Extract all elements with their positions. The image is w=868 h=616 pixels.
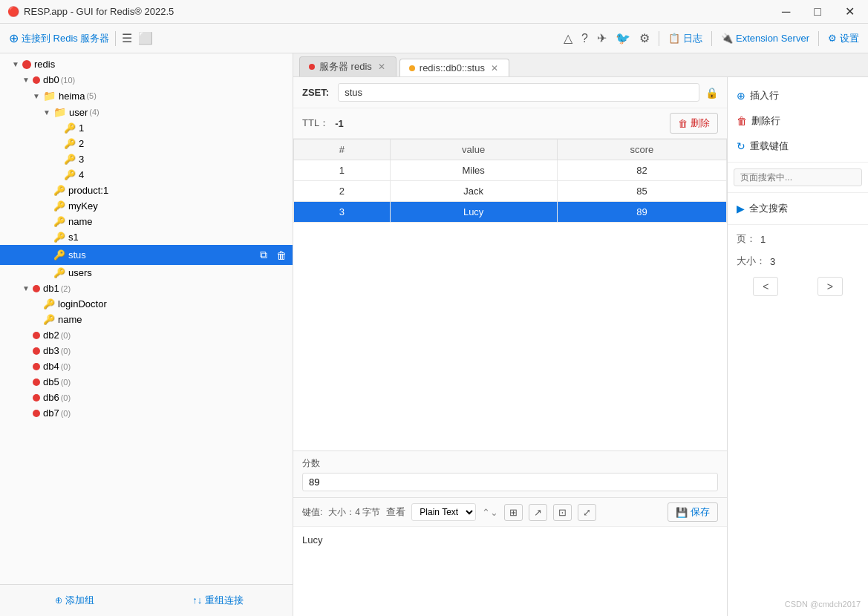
delete-key-button[interactable]: 🗑 删除 (670, 113, 718, 134)
sidebar-item-db0[interactable]: db0 (10) (0, 72, 293, 88)
size-row: 大小： 3 (728, 250, 868, 272)
sidebar-item-db3[interactable]: db3 (0) (0, 343, 293, 358)
key2-label: 2 (79, 138, 84, 149)
sidebar-item-stus[interactable]: 🔑 stus ⧉ 🗑 (0, 245, 293, 265)
db0-arrow (22, 76, 33, 84)
tab-server-dot (309, 64, 315, 70)
col-score: score (557, 140, 726, 160)
settings-button[interactable]: ⚙ 设置 (828, 32, 859, 45)
format-button-4[interactable]: ⤢ (578, 504, 596, 521)
menu-icon[interactable]: ☰ (122, 31, 132, 45)
sidebar-item-db5[interactable]: db5 (0) (0, 374, 293, 390)
key4-icon: 🔑 (64, 169, 76, 180)
sidebar-item-db2[interactable]: db2 (0) (0, 327, 293, 343)
insert-row-label: 插入行 (750, 89, 779, 102)
user-arrow (43, 108, 53, 117)
extension-button[interactable]: 🔌 Extension Server (721, 33, 809, 44)
tab-key-label: redis::db0::stus (420, 62, 485, 73)
add-group-label: 添加组 (65, 594, 94, 606)
delete-row-button[interactable]: 🗑 删除行 (728, 108, 868, 134)
toolbar-divider (115, 31, 116, 46)
ttl-label: TTL： (302, 117, 329, 130)
reconnect-button[interactable]: ↑↓ 重组连接 (148, 589, 288, 612)
delete-icon: 🗑 (678, 118, 688, 129)
search-icon: ▶ (737, 203, 745, 214)
db0-count: (10) (61, 76, 76, 85)
sidebar-item-mykey[interactable]: 🔑 myKey (0, 198, 293, 214)
sidebar-item-key-4[interactable]: 🔑 4 (0, 167, 293, 183)
titlebar-right: ─ □ ✕ (776, 1, 861, 22)
redis-arrow (12, 60, 22, 68)
tab-key-close[interactable]: ✕ (489, 63, 500, 73)
insert-row-button[interactable]: ⊕ 插入行 (728, 83, 868, 108)
sidebar-item-key-1[interactable]: 🔑 1 (0, 120, 293, 136)
sidebar-item-key-3[interactable]: 🔑 3 (0, 151, 293, 167)
sidebar-item-users[interactable]: 🔑 users (0, 265, 293, 281)
tab-server[interactable]: 服务器 redis ✕ (299, 56, 397, 76)
log-label: 日志 (683, 32, 702, 45)
layout-icon[interactable]: ⬜ (138, 31, 153, 45)
db7-count: (0) (61, 409, 71, 418)
stus-delete-button[interactable]: 🗑 (273, 247, 290, 263)
full-search-button[interactable]: ▶ 全文搜索 (728, 196, 868, 221)
format-button-1[interactable]: ⊞ (504, 504, 523, 521)
sidebar-item-user-folder[interactable]: 📁 user (4) (0, 104, 293, 120)
key-name-input[interactable] (338, 83, 699, 102)
maximize-button[interactable]: □ (808, 2, 827, 22)
mykey-label: myKey (68, 200, 98, 212)
reload-value-button[interactable]: ↻ 重载键值 (728, 134, 868, 159)
heima-folder-icon: 📁 (43, 90, 56, 102)
db3-dot (33, 347, 40, 355)
next-page-button[interactable]: > (818, 277, 843, 296)
row3-score: 89 (557, 202, 726, 223)
stus-copy-button[interactable]: ⧉ (257, 247, 270, 263)
sidebar-item-heima[interactable]: 📁 heima (5) (0, 88, 293, 104)
sidebar-item-db4[interactable]: db4 (0) (0, 358, 293, 374)
ttl-value: -1 (335, 118, 344, 129)
log-button[interactable]: 📋 日志 (668, 32, 702, 45)
db3-count: (0) (61, 347, 71, 355)
sidebar-item-key-2[interactable]: 🔑 2 (0, 136, 293, 151)
sidebar-item-db7[interactable]: db7 (0) (0, 405, 293, 421)
tabs-bar: 服务器 redis ✕ redis::db0::stus ✕ (293, 53, 868, 77)
lock-icon[interactable]: 🔒 (705, 87, 718, 99)
page-row: 页： 1 (728, 228, 868, 250)
table-row[interactable]: 1 Miles 82 (294, 160, 727, 181)
sidebar-item-logindoctor[interactable]: 🔑 loginDoctor (0, 296, 293, 312)
tab-key[interactable]: redis::db0::stus ✕ (399, 59, 509, 76)
mykey-icon: 🔑 (53, 200, 65, 212)
chevron-icon: ⌃⌄ (482, 507, 498, 518)
prev-page-button[interactable]: < (753, 277, 778, 296)
zset-table[interactable]: # value score 1 Miles 82 (293, 139, 727, 450)
sidebar-item-product1[interactable]: 🔑 product:1 (0, 183, 293, 198)
connect-button[interactable]: ⊕ 连接到 Redis 服务器 (9, 31, 109, 45)
row2-score: 85 (557, 181, 726, 202)
add-group-button[interactable]: ⊕ 添加组 (4, 589, 145, 612)
value-textarea[interactable]: Lucy (293, 527, 727, 616)
heima-label: heima (59, 91, 85, 102)
save-button[interactable]: 💾 保存 (668, 502, 718, 522)
sidebar: redis db0 (10) 📁 heima (5) 📁 user (0, 53, 293, 616)
settings-label: 设置 (840, 32, 859, 45)
sidebar-item-redis[interactable]: redis (0, 56, 293, 72)
user-label: user (69, 107, 88, 118)
sidebar-item-name-db1[interactable]: 🔑 name (0, 312, 293, 327)
format-select[interactable]: Plain Text JSON (411, 503, 476, 521)
sidebar-item-db6[interactable]: db6 (0) (0, 390, 293, 405)
page-search-input[interactable] (734, 168, 862, 186)
user-folder-icon: 📁 (53, 106, 66, 118)
close-button[interactable]: ✕ (839, 1, 861, 22)
stus-icon: 🔑 (53, 249, 65, 261)
sidebar-item-s1[interactable]: 🔑 s1 (0, 229, 293, 245)
sidebar-item-name-db0[interactable]: 🔑 name (0, 214, 293, 229)
format-button-3[interactable]: ⊡ (553, 504, 572, 521)
table-row-selected[interactable]: 3 Lucy 89 (294, 202, 727, 223)
sidebar-tree[interactable]: redis db0 (10) 📁 heima (5) 📁 user (0, 53, 293, 584)
log-icon: 📋 (668, 33, 680, 44)
tab-server-close[interactable]: ✕ (376, 62, 387, 72)
db0-dot (33, 76, 40, 84)
table-row[interactable]: 2 Jack 85 (294, 181, 727, 202)
minimize-button[interactable]: ─ (776, 2, 796, 22)
sidebar-item-db1[interactable]: db1 (2) (0, 281, 293, 296)
format-button-2[interactable]: ↗ (529, 504, 547, 521)
